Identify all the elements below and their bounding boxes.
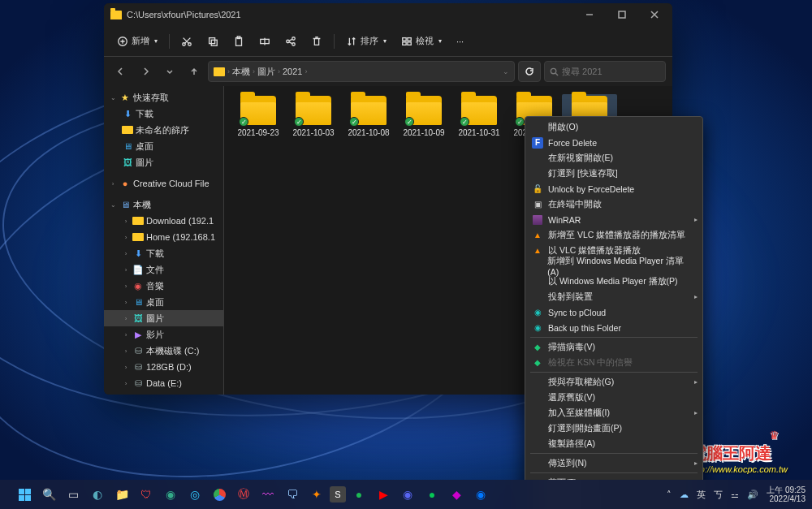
folder-item[interactable]: ✓2021-10-09 — [396, 94, 451, 156]
sidebar-item-music[interactable]: ›◉音樂 — [104, 278, 223, 294]
app-icon[interactable]: ✦ — [305, 483, 328, 506]
rename-button[interactable] — [253, 32, 277, 50]
breadcrumb-segment[interactable]: 圖片 — [257, 66, 275, 78]
task-view-icon[interactable]: ▭ — [62, 483, 84, 506]
more-button[interactable]: ··· — [450, 33, 470, 50]
nav-back-button[interactable] — [110, 61, 132, 82]
sidebar-item-home-net[interactable]: ›Home (192.168.1 — [104, 229, 223, 245]
wifi-icon[interactable]: ⚍ — [731, 490, 739, 500]
maximize-button[interactable] — [606, 3, 638, 26]
spotify-icon[interactable]: ● — [348, 483, 370, 506]
chevron-down-icon[interactable]: ⌄ — [503, 67, 509, 75]
cm-terminal[interactable]: ▣在終端中開啟 — [525, 196, 702, 212]
line-icon[interactable]: ● — [421, 483, 443, 506]
ime-mode[interactable]: 丂 — [714, 489, 723, 501]
cut-button[interactable] — [175, 32, 199, 50]
minimize-button[interactable] — [573, 3, 606, 26]
widgets-icon[interactable]: ◐ — [86, 483, 109, 506]
folder-item[interactable]: ✓2021-09-23 — [231, 94, 286, 156]
new-button[interactable]: 新增 ▾ — [110, 32, 164, 50]
svg-point-16 — [551, 68, 555, 73]
close-button[interactable] — [638, 3, 671, 26]
app-icon[interactable]: S — [330, 486, 346, 503]
copy-button[interactable] — [201, 32, 225, 50]
cm-open-new-window[interactable]: 在新視窗開啟(E) — [525, 150, 702, 166]
youtube-icon[interactable]: ▶ — [372, 483, 395, 506]
explorer-icon[interactable]: 📁 — [110, 483, 133, 506]
cm-pcloud-backup[interactable]: ◉Back up this Folder — [525, 320, 702, 335]
app-icon[interactable]: Ⓜ — [232, 483, 255, 506]
sidebar-item-ddrive[interactable]: ›⛁128GB (D:) — [104, 359, 223, 375]
cm-pcloud-sync[interactable]: ◉Sync to pCloud — [525, 304, 702, 320]
sidebar-item-cdrive[interactable]: ›⛁本機磁碟 (C:) — [104, 343, 223, 359]
navigation-pane[interactable]: ⌄★快速存取 ⬇下載 未命名的篩序 🖥桌面 🖼圖片 ›●Creative Clo… — [104, 86, 224, 395]
folder-item[interactable]: ✓2021-10-08 — [341, 94, 396, 156]
cm-unlock[interactable]: 🔓Unlock by ForceDelete — [525, 181, 702, 196]
ime-indicator[interactable]: 英 — [697, 489, 706, 501]
taskbar[interactable]: 🔍 ▭ ◐ 📁 🛡 ◉ ◎ Ⓜ 〰 🗨 ✦ S ● ▶ ◉ ● ◆ ◉ ˄ ☁ … — [0, 480, 812, 509]
sort-button[interactable]: 排序 ▾ — [339, 32, 393, 50]
folder-item[interactable]: ✓2021-10-31 — [451, 94, 507, 156]
sidebar-item-documents[interactable]: ›📄文件 — [104, 261, 223, 278]
paste-button[interactable] — [227, 32, 251, 50]
cm-scan[interactable]: ◆掃描病毒(V) — [525, 339, 702, 355]
sidebar-item-unnamed[interactable]: 未命名的篩序 — [104, 122, 223, 138]
discord-icon[interactable]: ◉ — [396, 483, 419, 506]
cm-force-delete[interactable]: FForce Delete — [525, 135, 702, 150]
cm-open[interactable]: 開啟(O) — [525, 119, 702, 135]
sidebar-item-download-net[interactable]: ›Download (192.1 — [104, 213, 223, 229]
chrome-icon[interactable] — [208, 483, 231, 506]
cm-copy-path[interactable]: 複製路徑(A) — [525, 436, 702, 451]
sidebar-item-videos[interactable]: ›▶影片 — [104, 326, 223, 343]
search-icon[interactable]: 🔍 — [37, 483, 60, 506]
cm-wmp-play[interactable]: 以 Windows Media Player 播放(P) — [525, 274, 702, 289]
sidebar-item-downloads[interactable]: ⬇下載 — [104, 106, 223, 122]
sidebar-item-desktop[interactable]: 🖥桌面 — [104, 138, 223, 154]
taskbar-clock[interactable]: 上午 09:25 2022/4/13 — [767, 485, 806, 504]
cm-restore[interactable]: 還原舊版(V) — [525, 390, 702, 405]
sidebar-item-edrive[interactable]: ›⛁Data (E:) — [104, 375, 223, 391]
folder-item[interactable]: ✓2021-10-03 — [286, 94, 341, 156]
cm-pin-start[interactable]: 釘選到開始畫面(P) — [525, 421, 702, 436]
app-icon[interactable]: 🛡 — [135, 483, 158, 506]
nav-forward-button[interactable] — [135, 61, 156, 82]
tray-chevron-icon[interactable]: ˄ — [667, 490, 672, 500]
sidebar-item-pictures-selected[interactable]: ›🖼圖片 — [104, 310, 223, 326]
delete-button[interactable] — [304, 32, 329, 50]
cm-pin-quick[interactable]: 釘選到 [快速存取] — [525, 166, 702, 181]
start-button[interactable] — [13, 483, 36, 506]
breadcrumb-segment[interactable]: 本機 — [232, 66, 250, 78]
cm-wmp-add[interactable]: 新增到 Windows Media Player 清單(A) — [525, 258, 702, 274]
onedrive-icon[interactable]: ☁ — [680, 490, 689, 500]
sidebar-item-desktop[interactable]: ›🖥桌面 — [104, 294, 223, 310]
sidebar-item-downloads[interactable]: ›⬇下載 — [104, 245, 223, 261]
sidebar-this-pc[interactable]: ⌄🖥本機 — [104, 196, 223, 213]
sidebar-item-pictures[interactable]: 🖼圖片 — [104, 154, 223, 170]
app-icon[interactable]: 〰 — [257, 483, 279, 506]
nav-recent-button[interactable] — [159, 61, 180, 82]
sidebar-creative-cloud[interactable]: ›●Creative Cloud File — [104, 175, 223, 192]
view-button[interactable]: 檢視 ▾ — [395, 32, 448, 50]
sidebar-quick-access[interactable]: ⌄★快速存取 — [104, 89, 223, 106]
refresh-button[interactable] — [518, 61, 541, 82]
cm-winrar[interactable]: WinRAR▸ — [525, 212, 702, 227]
cm-grant-access[interactable]: 授與存取權給(G)▸ — [525, 374, 702, 390]
cm-send-to[interactable]: 傳送到(N)▸ — [525, 455, 702, 471]
search-input[interactable]: 搜尋 2021 — [544, 61, 666, 82]
titlebar[interactable]: C:\Users\xfour\Pictures\2021 — [104, 3, 672, 26]
breadcrumb-segment[interactable]: 2021 — [283, 67, 302, 76]
app-icon[interactable]: ◉ — [159, 483, 182, 506]
system-tray[interactable]: ˄ ☁ 英 丂 ⚍ 🔊 上午 09:25 2022/4/13 — [667, 485, 806, 504]
app-icon[interactable]: 🗨 — [281, 483, 304, 506]
edge-icon[interactable]: ◎ — [184, 483, 206, 506]
svg-rect-13 — [408, 37, 411, 41]
app-icon[interactable]: ◉ — [469, 483, 492, 506]
breadcrumb[interactable]: › 本機› 圖片› 2021› ⌄ — [208, 61, 515, 82]
nav-up-button[interactable] — [184, 61, 205, 82]
volume-icon[interactable]: 🔊 — [747, 490, 758, 500]
share-button[interactable] — [279, 32, 303, 50]
cm-library[interactable]: 加入至媒體櫃(I)▸ — [525, 405, 702, 421]
cm-cast[interactable]: 投射到裝置▸ — [525, 289, 702, 304]
cm-vlc-add[interactable]: ▲新增至 VLC 媒體播放器的播放清單 — [525, 227, 702, 243]
app-icon[interactable]: ◆ — [445, 483, 468, 506]
